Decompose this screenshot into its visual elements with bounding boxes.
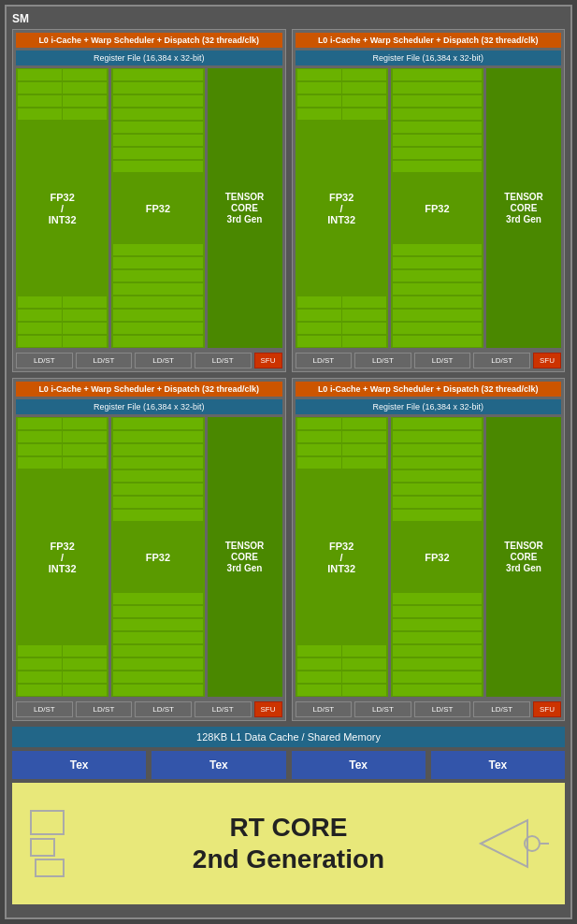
tensor-block-1: TENSORCORE3rd Gen: [208, 68, 282, 348]
tensor-block-2: TENSORCORE3rd Gen: [486, 68, 561, 348]
ldst-10: LD/ST: [76, 701, 133, 717]
sm-container: SM L0 i-Cache + Warp Scheduler + Dispatc…: [5, 5, 572, 919]
rt-core-area: RT CORE 2nd Generation: [12, 783, 565, 904]
ldst-11: LD/ST: [135, 701, 192, 717]
quadrant-bottom-left: L0 i-Cache + Warp Scheduler + Dispatch (…: [12, 378, 286, 721]
quadrants-grid: L0 i-Cache + Warp Scheduler + Dispatch (…: [12, 29, 565, 721]
fp32-int32-block-1: FP32/INT32: [16, 68, 108, 348]
ldst-2: LD/ST: [76, 353, 133, 368]
fp32-label-4: FP32: [391, 522, 483, 592]
register-file-4: Register File (16,384 x 32-bit): [296, 399, 562, 414]
fp32-int32-block-2: FP32/INT32: [296, 68, 388, 348]
quadrant-top-left: L0 i-Cache + Warp Scheduler + Dispatch (…: [12, 29, 286, 372]
sfu-2: SFU: [533, 353, 561, 368]
fp32-int32-block-3: FP32/INT32: [16, 417, 108, 697]
bottom-bar-1: LD/ST LD/ST LD/ST LD/ST SFU: [16, 353, 282, 368]
fp32-label-2: FP32: [391, 173, 483, 243]
svg-marker-3: [481, 820, 527, 867]
quadrant-bottom-right: L0 i-Cache + Warp Scheduler + Dispatch (…: [292, 378, 566, 721]
ldst-13: LD/ST: [296, 701, 353, 717]
quadrant-top-right: L0 i-Cache + Warp Scheduler + Dispatch (…: [292, 29, 566, 372]
fp32-block-1: FP32: [111, 68, 204, 348]
ldst-5: LD/ST: [296, 353, 353, 368]
ldst-9: LD/ST: [16, 701, 73, 717]
fp32-label-1: FP32: [111, 173, 204, 243]
bottom-bar-3: LD/ST LD/ST LD/ST LD/ST SFU: [16, 701, 282, 717]
tex-2: Tex: [151, 751, 285, 779]
ldst-15: LD/ST: [414, 701, 471, 717]
fp32-int32-label-2: FP32/INT32: [296, 121, 388, 296]
svg-rect-0: [31, 811, 64, 834]
sfu-4: SFU: [533, 701, 561, 717]
svg-rect-1: [31, 839, 54, 856]
tensor-label-1: TENSORCORE3rd Gen: [208, 68, 282, 348]
sm-label: SM: [12, 12, 565, 25]
ldst-12: LD/ST: [195, 701, 252, 717]
warp-scheduler-3: L0 i-Cache + Warp Scheduler + Dispatch (…: [16, 382, 282, 397]
ldst-1: LD/ST: [16, 353, 73, 368]
cores-area-4: FP32/INT32 FP32: [296, 417, 562, 697]
l1-cache-bar: 128KB L1 Data Cache / Shared Memory: [12, 727, 565, 747]
bottom-bar-2: LD/ST LD/ST LD/ST LD/ST SFU: [296, 353, 562, 368]
warp-scheduler-4: L0 i-Cache + Warp Scheduler + Dispatch (…: [296, 382, 562, 397]
tex-1: Tex: [12, 751, 146, 779]
tensor-label-2: TENSORCORE3rd Gen: [486, 68, 561, 348]
fp32-int32-block-4: FP32/INT32: [296, 417, 388, 697]
sfu-3: SFU: [254, 701, 282, 717]
ldst-8: LD/ST: [473, 353, 530, 368]
cores-area-2: FP32/INT32 FP32: [296, 68, 562, 348]
fp32-block-2: FP32: [391, 68, 483, 348]
rt-core-decoration-right: [476, 816, 551, 872]
tensor-block-4: TENSORCORE3rd Gen: [486, 417, 561, 697]
bottom-bar-4: LD/ST LD/ST LD/ST LD/ST SFU: [296, 701, 562, 717]
ldst-14: LD/ST: [354, 701, 411, 717]
tex-row: Tex Tex Tex Tex: [12, 751, 565, 779]
fp32-int32-label-3: FP32/INT32: [16, 469, 108, 644]
warp-scheduler-1: L0 i-Cache + Warp Scheduler + Dispatch (…: [16, 33, 282, 48]
ldst-4: LD/ST: [195, 353, 252, 368]
cores-area-1: FP32/INT32 FP32: [16, 68, 282, 348]
sfu-1: SFU: [254, 353, 282, 368]
tex-3: Tex: [292, 751, 426, 779]
ldst-16: LD/ST: [473, 701, 530, 717]
tensor-block-3: TENSORCORE3rd Gen: [208, 417, 282, 697]
fp32-block-4: FP32: [391, 417, 483, 697]
ldst-7: LD/ST: [414, 353, 471, 368]
register-file-3: Register File (16,384 x 32-bit): [16, 399, 282, 414]
cores-area-3: FP32/INT32 FP32: [16, 417, 282, 697]
tensor-label-4: TENSORCORE3rd Gen: [486, 417, 561, 697]
rt-core-label: RT CORE 2nd Generation: [193, 812, 384, 874]
fp32-int32-label-4: FP32/INT32: [296, 469, 388, 644]
warp-scheduler-2: L0 i-Cache + Warp Scheduler + Dispatch (…: [296, 33, 562, 48]
rt-core-decoration-left: [26, 806, 101, 881]
fp32-int32-label-1: FP32/INT32: [16, 121, 108, 296]
tensor-label-3: TENSORCORE3rd Gen: [208, 417, 282, 697]
register-file-2: Register File (16,384 x 32-bit): [296, 51, 562, 65]
fp32-block-3: FP32: [111, 417, 204, 697]
fp32-label-3: FP32: [111, 522, 204, 592]
register-file-1: Register File (16,384 x 32-bit): [16, 51, 282, 65]
tex-4: Tex: [431, 751, 565, 779]
ldst-3: LD/ST: [135, 353, 192, 368]
ldst-6: LD/ST: [354, 353, 411, 368]
svg-rect-2: [36, 859, 64, 876]
